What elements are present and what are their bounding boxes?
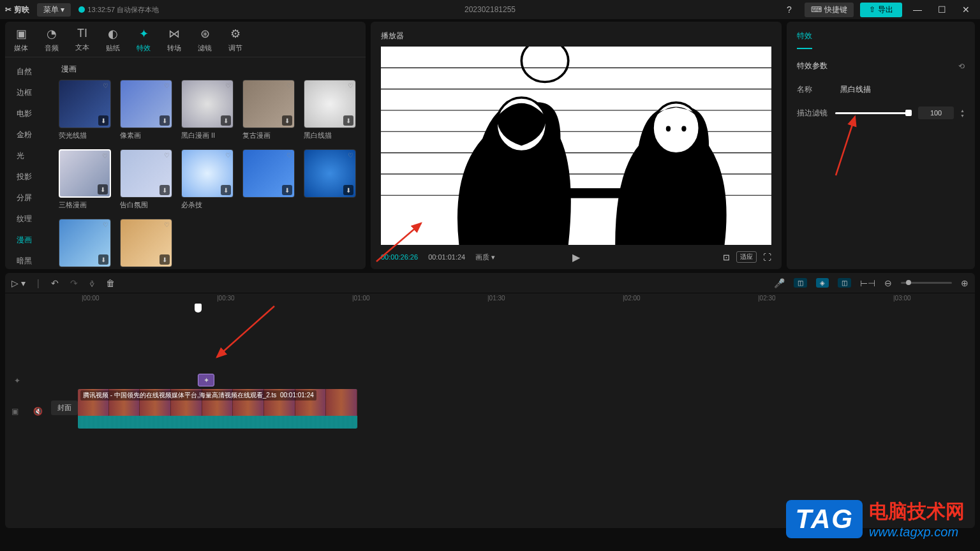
delete-icon[interactable]: 🗑 <box>106 278 115 288</box>
download-icon[interactable]: ⬇ <box>98 184 108 195</box>
heart-icon[interactable]: ♡ <box>348 82 353 89</box>
tab-媒体[interactable]: ▣媒体 <box>14 27 28 57</box>
snap-btn-3[interactable]: ◫ <box>838 278 851 288</box>
download-icon[interactable]: ⬇ <box>343 185 353 195</box>
category-边框[interactable]: 边框 <box>5 82 56 103</box>
download-icon[interactable]: ⬇ <box>343 115 353 126</box>
undo-icon[interactable]: ↶ <box>51 278 59 288</box>
heart-icon[interactable]: ♡ <box>225 82 231 89</box>
fx-item[interactable]: ♡⬇黑白线描 <box>304 80 356 140</box>
properties-tab[interactable]: 特效 <box>797 31 812 49</box>
align-icon[interactable]: ⊢⊣ <box>860 278 875 288</box>
category-分屏[interactable]: 分屏 <box>5 187 56 209</box>
time-ruler[interactable]: |00:00|00:30|01:00|01:30|02:00|02:30|03:… <box>75 293 975 305</box>
compare-icon[interactable]: ⊡ <box>723 253 730 262</box>
download-icon[interactable]: ⬇ <box>160 254 170 265</box>
download-icon[interactable]: ⬇ <box>98 115 108 126</box>
app-logo: ✂剪映 <box>5 4 29 15</box>
close-button[interactable]: ✕ <box>957 4 975 15</box>
heart-icon[interactable]: ♡ <box>102 152 108 159</box>
zoom-out-icon[interactable]: ⊖ <box>884 278 892 288</box>
export-button[interactable]: ⇧ 导出 <box>860 3 902 17</box>
tab-音频[interactable]: ◔音频 <box>45 27 59 57</box>
fx-item[interactable]: ♡⬇ <box>242 149 295 210</box>
category-纹理[interactable]: 纹理 <box>5 209 56 230</box>
heart-icon[interactable]: ♡ <box>103 221 108 228</box>
split-icon[interactable]: ⎀ <box>89 278 94 288</box>
cover-button[interactable]: 封面 <box>51 400 78 415</box>
tab-调节[interactable]: ⚙调节 <box>228 27 242 57</box>
mic-icon[interactable]: 🎤 <box>774 278 785 288</box>
zoom-slider[interactable] <box>901 282 952 284</box>
help-icon[interactable]: ? <box>780 4 798 15</box>
download-icon[interactable]: ⬇ <box>282 185 292 195</box>
category-电影[interactable]: 电影 <box>5 103 56 124</box>
download-icon[interactable]: ⬇ <box>160 115 170 126</box>
heart-icon[interactable]: ♡ <box>286 82 292 89</box>
download-icon[interactable]: ⬇ <box>282 115 292 126</box>
fx-item[interactable]: ♡⬇黑白漫画 II <box>181 80 234 140</box>
fx-clip[interactable]: ✦ <box>198 374 214 386</box>
preview-viewport[interactable] <box>381 47 771 245</box>
fx-item[interactable]: ♡⬇ <box>304 149 356 210</box>
heart-icon[interactable]: ♡ <box>164 152 170 159</box>
menu-button[interactable]: 菜单 ▾ <box>37 3 71 17</box>
heart-icon[interactable]: ♡ <box>225 152 231 159</box>
spin-down-icon[interactable]: ▼ <box>960 114 965 118</box>
category-投影[interactable]: 投影 <box>5 166 56 187</box>
category-漫画[interactable]: 漫画 <box>5 230 56 251</box>
download-icon[interactable]: ⬇ <box>221 185 231 195</box>
hotkey-button[interactable]: ⌨ 快捷键 <box>805 3 854 17</box>
tab-文本[interactable]: TI文本 <box>75 27 89 57</box>
fx-item[interactable]: ♡⬇复古漫画 <box>242 80 295 140</box>
reset-icon[interactable]: ⟲ <box>958 62 965 71</box>
heart-icon[interactable]: ♡ <box>348 152 353 159</box>
category-list: 自然边框电影金粉光投影分屏纹理漫画暗黑 <box>5 57 56 269</box>
stroke-slider[interactable] <box>835 112 912 114</box>
fx-item[interactable]: ♡⬇荧光线描 <box>59 80 111 140</box>
spin-up-icon[interactable]: ▲ <box>960 108 965 113</box>
maximize-button[interactable]: ☐ <box>933 4 951 15</box>
heart-icon[interactable]: ♡ <box>286 152 292 159</box>
fx-item[interactable]: ♡⬇三格漫画 <box>59 149 111 210</box>
zoom-in-icon[interactable]: ⊕ <box>961 278 969 288</box>
minimize-button[interactable]: — <box>909 4 926 15</box>
quality-dropdown[interactable]: 画质 ▾ <box>475 253 495 262</box>
fullscreen-icon[interactable]: ⛶ <box>763 253 771 262</box>
fit-button[interactable]: 适应 <box>736 251 757 263</box>
autosave-status: 13:32:57 自动保存本地 <box>78 5 159 15</box>
heart-icon[interactable]: ♡ <box>164 82 170 89</box>
snap-btn-2[interactable]: ◈ <box>816 278 829 288</box>
fx-item[interactable]: ♡⬇告白氛围 <box>120 149 172 210</box>
fx-item[interactable]: ♡⬇ <box>59 219 111 269</box>
fx-label: 复古漫画 <box>242 131 295 140</box>
category-金粉[interactable]: 金粉 <box>5 124 56 145</box>
ruler-mark: |03:00 <box>893 295 911 302</box>
category-自然[interactable]: 自然 <box>5 61 56 82</box>
fx-item[interactable]: ♡⬇像素画 <box>120 80 172 140</box>
tab-特效[interactable]: ✦特效 <box>137 27 151 57</box>
mute-track-icon[interactable]: 🔇 <box>33 407 43 416</box>
fx-item[interactable]: ♡⬇ <box>120 219 172 269</box>
timeline[interactable]: |00:00|00:30|01:00|01:30|02:00|02:30|03:… <box>5 293 975 528</box>
fx-heading: 漫画 <box>61 64 363 75</box>
download-icon[interactable]: ⬇ <box>98 254 108 265</box>
video-clip[interactable]: 腾讯视频 - 中国领先的在线视频媒体平台,海量高清视频在线观看_2.ts 00:… <box>78 389 357 429</box>
svg-point-13 <box>666 126 671 131</box>
fx-item[interactable]: ♡⬇必杀技 <box>181 149 234 210</box>
snap-btn-1[interactable]: ◫ <box>794 278 807 288</box>
category-暗黑[interactable]: 暗黑 <box>5 251 56 269</box>
svg-rect-15 <box>537 188 623 198</box>
download-icon[interactable]: ⬇ <box>221 115 231 126</box>
tab-贴纸[interactable]: ◐贴纸 <box>106 27 120 57</box>
slider-value-input[interactable] <box>918 107 954 119</box>
redo-icon[interactable]: ↷ <box>70 278 78 288</box>
tab-滤镜[interactable]: ⊛滤镜 <box>198 27 212 57</box>
category-光[interactable]: 光 <box>5 145 56 166</box>
tab-转场[interactable]: ⋈转场 <box>167 27 181 57</box>
heart-icon[interactable]: ♡ <box>164 221 170 228</box>
play-button[interactable]: ▶ <box>572 251 580 263</box>
select-tool-icon[interactable]: ▷ ▾ <box>11 278 26 288</box>
heart-icon[interactable]: ♡ <box>103 82 108 89</box>
download-icon[interactable]: ⬇ <box>160 185 170 195</box>
